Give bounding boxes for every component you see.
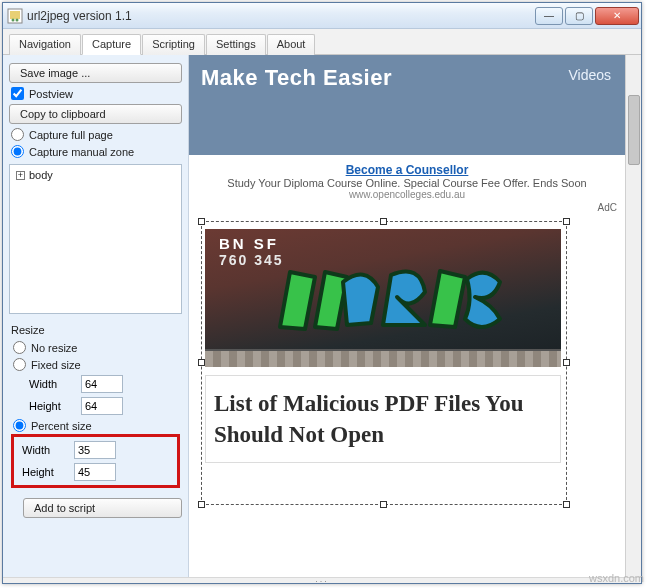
- vertical-scrollbar[interactable]: [625, 55, 641, 577]
- svg-rect-1: [10, 11, 20, 19]
- ad-block: Become a Counsellor Study Your Diploma C…: [189, 155, 625, 202]
- pct-height-row: Height: [16, 461, 175, 483]
- fixed-height-row: Height: [11, 395, 180, 417]
- ad-domain: www.opencolleges.edu.au: [197, 189, 617, 200]
- postview-checkbox[interactable]: [11, 87, 24, 100]
- resize-handle-e[interactable]: [563, 359, 570, 366]
- ad-label: AdC: [189, 202, 625, 213]
- percent-size-row: Percent size: [11, 417, 180, 434]
- svg-point-3: [16, 18, 19, 21]
- pct-width-row: Width: [16, 439, 175, 461]
- tab-label: Navigation: [19, 38, 71, 50]
- status-resize-grip[interactable]: ···: [3, 577, 641, 583]
- tree-root-item[interactable]: + body: [16, 169, 175, 181]
- resize-handle-nw[interactable]: [198, 218, 205, 225]
- page-content: Make Tech Easier Videos Become a Counsel…: [189, 55, 625, 577]
- tab-strip: Navigation Capture Scripting Settings Ab…: [3, 29, 641, 55]
- fixed-size-radio[interactable]: [13, 358, 26, 371]
- close-button[interactable]: ✕: [595, 7, 639, 25]
- pct-width-input[interactable]: [74, 441, 116, 459]
- scrollbar-thumb[interactable]: [628, 95, 640, 165]
- percent-size-label: Percent size: [31, 420, 92, 432]
- site-title: Make Tech Easier: [201, 65, 613, 91]
- resize-handle-ne[interactable]: [563, 218, 570, 225]
- add-to-script-button[interactable]: Add to script: [23, 498, 182, 518]
- pct-height-input[interactable]: [74, 463, 116, 481]
- tab-capture[interactable]: Capture: [82, 34, 141, 55]
- fixed-height-input[interactable]: [81, 397, 123, 415]
- article-area: BN SF 760 345: [189, 213, 625, 577]
- no-resize-row: No resize: [11, 339, 180, 356]
- tree-expander-icon[interactable]: +: [16, 171, 25, 180]
- percent-size-radio[interactable]: [13, 419, 26, 432]
- no-resize-radio[interactable]: [13, 341, 26, 354]
- resize-handle-sw[interactable]: [198, 501, 205, 508]
- dom-tree[interactable]: + body: [9, 164, 182, 314]
- window-title: url2jpeg version 1.1: [27, 9, 533, 23]
- fixed-width-row: Width: [11, 373, 180, 395]
- window-buttons: — ▢ ✕: [533, 7, 639, 25]
- app-icon: [7, 8, 23, 24]
- highlight-percent-fields: Width Height: [11, 434, 180, 488]
- resize-handle-s[interactable]: [380, 501, 387, 508]
- capture-full-page-label: Capture full page: [29, 129, 113, 141]
- capture-manual-zone-radio[interactable]: [11, 145, 24, 158]
- save-image-button[interactable]: Save image ...: [9, 63, 182, 83]
- pct-width-label: Width: [22, 444, 68, 456]
- resize-group: Resize No resize Fixed size Width Height: [9, 320, 182, 490]
- fixed-width-label: Width: [29, 378, 75, 390]
- pct-height-label: Height: [22, 466, 68, 478]
- app-window: url2jpeg version 1.1 — ▢ ✕ Navigation Ca…: [2, 2, 642, 584]
- fixed-width-input[interactable]: [81, 375, 123, 393]
- maximize-button[interactable]: ▢: [565, 7, 593, 25]
- resize-handle-w[interactable]: [198, 359, 205, 366]
- tab-label: Settings: [216, 38, 256, 50]
- tab-about[interactable]: About: [267, 34, 316, 55]
- capture-manual-zone-label: Capture manual zone: [29, 146, 134, 158]
- copy-clipboard-button[interactable]: Copy to clipboard: [9, 104, 182, 124]
- no-resize-label: No resize: [31, 342, 77, 354]
- fixed-size-label: Fixed size: [31, 359, 81, 371]
- capture-sidebar: Save image ... Postview Copy to clipboar…: [3, 55, 189, 577]
- titlebar: url2jpeg version 1.1 — ▢ ✕: [3, 3, 641, 29]
- tab-label: About: [277, 38, 306, 50]
- postview-label: Postview: [29, 88, 73, 100]
- ad-link[interactable]: Become a Counsellor: [346, 163, 469, 177]
- tab-scripting[interactable]: Scripting: [142, 34, 205, 55]
- resize-handle-se[interactable]: [563, 501, 570, 508]
- hero-banner: Make Tech Easier Videos: [189, 55, 625, 155]
- capture-manual-zone-row: Capture manual zone: [9, 143, 182, 160]
- page-preview: Make Tech Easier Videos Become a Counsel…: [189, 55, 641, 577]
- tree-root-label: body: [29, 169, 53, 181]
- resize-title: Resize: [11, 324, 180, 336]
- postview-row: Postview: [9, 85, 182, 102]
- ad-text: Study Your Diploma Course Online. Specia…: [197, 177, 617, 189]
- body-area: Save image ... Postview Copy to clipboar…: [3, 55, 641, 577]
- svg-point-2: [12, 18, 15, 21]
- tab-label: Capture: [92, 38, 131, 50]
- minimize-button[interactable]: —: [535, 7, 563, 25]
- capture-selection[interactable]: [201, 221, 567, 505]
- watermark: wsxdn.com: [589, 572, 644, 584]
- fixed-size-row: Fixed size: [11, 356, 180, 373]
- tab-settings[interactable]: Settings: [206, 34, 266, 55]
- hero-nav-link[interactable]: Videos: [568, 67, 611, 83]
- resize-handle-n[interactable]: [380, 218, 387, 225]
- tab-label: Scripting: [152, 38, 195, 50]
- capture-full-page-radio[interactable]: [11, 128, 24, 141]
- tab-navigation[interactable]: Navigation: [9, 34, 81, 55]
- capture-full-page-row: Capture full page: [9, 126, 182, 143]
- fixed-height-label: Height: [29, 400, 75, 412]
